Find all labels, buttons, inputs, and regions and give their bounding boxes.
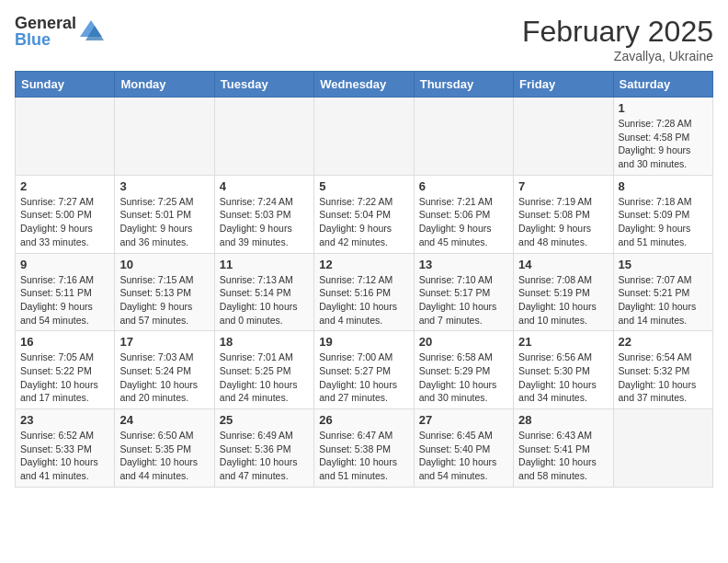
- calendar-cell: [514, 98, 613, 176]
- calendar-cell: 9Sunrise: 7:16 AM Sunset: 5:11 PM Daylig…: [16, 253, 115, 331]
- day-number: 14: [518, 258, 608, 271]
- logo-icon: [78, 18, 104, 44]
- day-header-wednesday: Wednesday: [314, 72, 414, 98]
- calendar-cell: 15Sunrise: 7:07 AM Sunset: 5:21 PM Dayli…: [613, 253, 712, 331]
- day-info: Sunrise: 7:19 AM Sunset: 5:08 PM Dayligh…: [518, 195, 608, 249]
- logo-blue-text: Blue: [15, 31, 76, 48]
- day-number: 1: [619, 101, 708, 115]
- day-header-monday: Monday: [115, 72, 214, 98]
- calendar-cell: 25Sunrise: 6:49 AM Sunset: 5:36 PM Dayli…: [214, 409, 313, 488]
- day-info: Sunrise: 7:08 AM Sunset: 5:19 PM Dayligh…: [518, 273, 608, 327]
- day-number: 9: [20, 258, 109, 271]
- day-number: 6: [419, 179, 508, 193]
- calendar-cell: 23Sunrise: 6:52 AM Sunset: 5:33 PM Dayli…: [16, 409, 115, 488]
- calendar-cell: [414, 98, 513, 176]
- day-number: 5: [319, 179, 408, 193]
- day-info: Sunrise: 7:00 AM Sunset: 5:27 PM Dayligh…: [319, 350, 408, 405]
- day-header-saturday: Saturday: [613, 72, 712, 98]
- day-number: 2: [20, 179, 109, 193]
- calendar-cell: 24Sunrise: 6:50 AM Sunset: 5:35 PM Dayli…: [115, 409, 214, 488]
- calendar-cell: [214, 98, 313, 176]
- day-info: Sunrise: 7:18 AM Sunset: 5:09 PM Dayligh…: [619, 195, 708, 249]
- day-info: Sunrise: 7:15 AM Sunset: 5:13 PM Dayligh…: [119, 273, 209, 327]
- day-info: Sunrise: 6:45 AM Sunset: 5:40 PM Dayligh…: [419, 429, 508, 483]
- calendar-cell: 19Sunrise: 7:00 AM Sunset: 5:27 PM Dayli…: [314, 331, 414, 409]
- calendar-cell: 28Sunrise: 6:43 AM Sunset: 5:41 PM Dayli…: [514, 409, 613, 488]
- calendar-cell: 21Sunrise: 6:56 AM Sunset: 5:30 PM Dayli…: [514, 331, 613, 409]
- day-info: Sunrise: 6:50 AM Sunset: 5:35 PM Dayligh…: [119, 429, 209, 483]
- day-info: Sunrise: 7:28 AM Sunset: 4:58 PM Dayligh…: [619, 117, 708, 171]
- day-number: 22: [619, 335, 708, 349]
- calendar-cell: 27Sunrise: 6:45 AM Sunset: 5:40 PM Dayli…: [414, 409, 513, 488]
- calendar-cell: 20Sunrise: 6:58 AM Sunset: 5:29 PM Dayli…: [414, 331, 513, 409]
- day-number: 26: [319, 413, 408, 427]
- calendar-cell: 18Sunrise: 7:01 AM Sunset: 5:25 PM Dayli…: [214, 331, 313, 409]
- day-info: Sunrise: 7:21 AM Sunset: 5:06 PM Dayligh…: [419, 195, 508, 249]
- calendar-week-row: 16Sunrise: 7:05 AM Sunset: 5:22 PM Dayli…: [16, 331, 713, 409]
- calendar-cell: 12Sunrise: 7:12 AM Sunset: 5:16 PM Dayli…: [314, 253, 414, 331]
- day-header-thursday: Thursday: [414, 72, 513, 98]
- day-info: Sunrise: 7:22 AM Sunset: 5:04 PM Dayligh…: [319, 195, 408, 249]
- calendar-header-row: SundayMondayTuesdayWednesdayThursdayFrid…: [16, 72, 713, 98]
- day-info: Sunrise: 6:54 AM Sunset: 5:32 PM Dayligh…: [619, 350, 708, 405]
- day-header-friday: Friday: [514, 72, 613, 98]
- day-info: Sunrise: 6:43 AM Sunset: 5:41 PM Dayligh…: [518, 429, 608, 483]
- day-number: 16: [20, 335, 109, 349]
- calendar-cell: [314, 98, 414, 176]
- calendar-cell: 8Sunrise: 7:18 AM Sunset: 5:09 PM Daylig…: [613, 175, 712, 253]
- calendar-cell: [115, 98, 214, 176]
- day-number: 18: [220, 335, 309, 349]
- day-number: 11: [220, 258, 309, 271]
- day-number: 19: [319, 335, 408, 349]
- calendar-cell: 17Sunrise: 7:03 AM Sunset: 5:24 PM Dayli…: [115, 331, 214, 409]
- calendar-cell: 13Sunrise: 7:10 AM Sunset: 5:17 PM Dayli…: [414, 253, 513, 331]
- calendar-cell: [16, 98, 115, 176]
- calendar-table: SundayMondayTuesdayWednesdayThursdayFrid…: [15, 71, 713, 488]
- day-info: Sunrise: 7:10 AM Sunset: 5:17 PM Dayligh…: [419, 273, 508, 327]
- day-header-tuesday: Tuesday: [214, 72, 313, 98]
- calendar-cell: 1Sunrise: 7:28 AM Sunset: 4:58 PM Daylig…: [613, 98, 712, 176]
- day-number: 17: [119, 335, 209, 349]
- day-info: Sunrise: 6:49 AM Sunset: 5:36 PM Dayligh…: [220, 429, 309, 483]
- day-info: Sunrise: 7:27 AM Sunset: 5:00 PM Dayligh…: [20, 195, 109, 249]
- day-number: 23: [20, 413, 109, 427]
- calendar-cell: 10Sunrise: 7:15 AM Sunset: 5:13 PM Dayli…: [115, 253, 214, 331]
- calendar-cell: 2Sunrise: 7:27 AM Sunset: 5:00 PM Daylig…: [16, 175, 115, 253]
- day-info: Sunrise: 7:24 AM Sunset: 5:03 PM Dayligh…: [220, 195, 309, 249]
- day-info: Sunrise: 7:01 AM Sunset: 5:25 PM Dayligh…: [220, 350, 309, 405]
- calendar-week-row: 9Sunrise: 7:16 AM Sunset: 5:11 PM Daylig…: [16, 253, 713, 331]
- calendar-cell: 14Sunrise: 7:08 AM Sunset: 5:19 PM Dayli…: [514, 253, 613, 331]
- day-number: 15: [619, 258, 708, 271]
- calendar-week-row: 2Sunrise: 7:27 AM Sunset: 5:00 PM Daylig…: [16, 175, 713, 253]
- calendar-cell: 26Sunrise: 6:47 AM Sunset: 5:38 PM Dayli…: [314, 409, 414, 488]
- day-number: 24: [119, 413, 209, 427]
- day-info: Sunrise: 6:47 AM Sunset: 5:38 PM Dayligh…: [319, 429, 408, 483]
- day-number: 21: [518, 335, 608, 349]
- calendar-cell: 6Sunrise: 7:21 AM Sunset: 5:06 PM Daylig…: [414, 175, 513, 253]
- day-number: 12: [319, 258, 408, 271]
- day-number: 4: [220, 179, 309, 193]
- day-number: 8: [619, 179, 708, 193]
- day-info: Sunrise: 7:16 AM Sunset: 5:11 PM Dayligh…: [20, 273, 109, 327]
- day-info: Sunrise: 7:13 AM Sunset: 5:14 PM Dayligh…: [220, 273, 309, 327]
- calendar-week-row: 23Sunrise: 6:52 AM Sunset: 5:33 PM Dayli…: [16, 409, 713, 488]
- day-number: 20: [419, 335, 508, 349]
- day-info: Sunrise: 6:56 AM Sunset: 5:30 PM Dayligh…: [518, 350, 608, 405]
- day-number: 3: [119, 179, 209, 193]
- day-info: Sunrise: 6:52 AM Sunset: 5:33 PM Dayligh…: [20, 429, 109, 483]
- day-info: Sunrise: 6:58 AM Sunset: 5:29 PM Dayligh…: [419, 350, 508, 405]
- day-number: 25: [220, 413, 309, 427]
- day-info: Sunrise: 7:12 AM Sunset: 5:16 PM Dayligh…: [319, 273, 408, 327]
- calendar-cell: [613, 409, 712, 488]
- day-number: 27: [419, 413, 508, 427]
- logo: General Blue: [15, 15, 104, 48]
- day-number: 10: [119, 258, 209, 271]
- page-header: General Blue February 2025 Zavallya, Ukr…: [15, 15, 713, 63]
- calendar-cell: 4Sunrise: 7:24 AM Sunset: 5:03 PM Daylig…: [214, 175, 313, 253]
- calendar-week-row: 1Sunrise: 7:28 AM Sunset: 4:58 PM Daylig…: [16, 98, 713, 176]
- logo-general-text: General: [15, 15, 76, 31]
- month-title: February 2025: [522, 15, 713, 49]
- calendar-cell: 11Sunrise: 7:13 AM Sunset: 5:14 PM Dayli…: [214, 253, 313, 331]
- day-number: 7: [518, 179, 608, 193]
- day-info: Sunrise: 7:07 AM Sunset: 5:21 PM Dayligh…: [619, 273, 708, 327]
